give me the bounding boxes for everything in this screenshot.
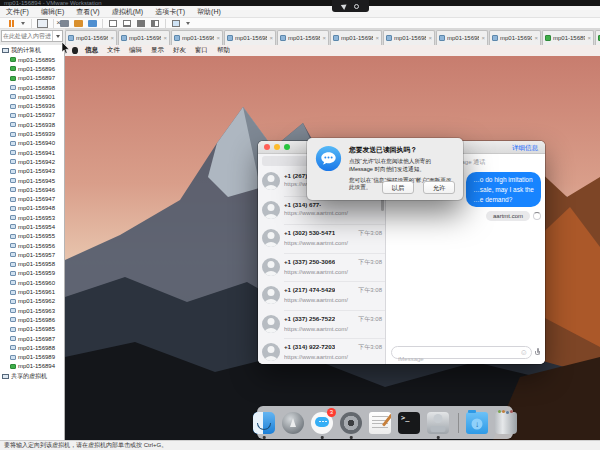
imessage-input[interactable]	[392, 354, 531, 365]
show-thumbnails-button[interactable]	[122, 18, 132, 28]
conversation-row[interactable]: +1 (314) 922-7203 下午3:08 https://www.aar…	[258, 339, 385, 364]
tab-close-icon[interactable]	[163, 35, 167, 41]
microphone-icon[interactable]	[535, 348, 540, 357]
vm-list-item[interactable]: mp01-156962	[0, 297, 64, 306]
vm-list-item[interactable]: mp01-156896	[0, 64, 64, 73]
tab-close-icon[interactable]	[110, 35, 114, 41]
vm-list-item[interactable]: mp01-156941	[0, 148, 64, 157]
vmware-menu-item[interactable]: 选项卡(T)	[149, 7, 191, 17]
vm-tab[interactable]: mp01-156961	[65, 30, 117, 45]
vm-list-item[interactable]: mp01-156946	[0, 185, 64, 194]
vm-tab[interactable]: mp01-156988	[383, 30, 435, 45]
vm-list-item[interactable]: mp01-156988	[0, 343, 64, 352]
vm-list-item[interactable]: mp01-156986	[0, 315, 64, 324]
macos-menu-item[interactable]: 帮助	[217, 46, 230, 55]
vm-list-item[interactable]: mp01-156937	[0, 111, 64, 120]
link-preview-bubble[interactable]: aartmt.com	[486, 211, 530, 221]
vm-list-item[interactable]: mp01-156898	[0, 83, 64, 92]
conversation-row[interactable]: +1 (337) 250-3066 下午3:08 https://www.aar…	[258, 254, 385, 283]
vm-list-item[interactable]: mp01-156940	[0, 139, 64, 148]
dock-downloads-icon[interactable]	[465, 411, 489, 435]
allow-button[interactable]: 允许	[423, 181, 455, 194]
vm-list-item[interactable]: mp01-156955	[0, 232, 64, 241]
show-library-button[interactable]	[108, 18, 118, 28]
vm-list-item[interactable]: mp01-156936	[0, 101, 64, 110]
conversation-row[interactable]: +1 (302) 530-5471 下午3:08 https://www.aar…	[258, 225, 385, 254]
vm-list-item[interactable]: mp01-156948	[0, 204, 64, 213]
dock-finder-icon[interactable]	[252, 411, 276, 435]
vm-list-item[interactable]: mp01-156960	[0, 278, 64, 287]
apple-logo-icon[interactable]	[72, 47, 78, 54]
conversation-row[interactable]: +1 (217) 474-5429 下午3:08 https://www.aar…	[258, 282, 385, 311]
revert-snapshot-button[interactable]	[73, 18, 83, 28]
vm-list-item[interactable]: mp01-156957	[0, 250, 64, 259]
vmware-menu-item[interactable]: 查看(V)	[70, 7, 105, 17]
later-button[interactable]: 以后	[382, 181, 414, 194]
zoom-window-button[interactable]	[284, 144, 290, 150]
macos-menu-item[interactable]: 编辑	[129, 46, 142, 55]
vm-list-item[interactable]: mp01-156953	[0, 213, 64, 222]
vm-list-item[interactable]: mp01-156939	[0, 129, 64, 138]
tree-shared-vms[interactable]: 共享的虚拟机	[0, 371, 64, 381]
vm-tab[interactable]: mp01-156989	[436, 30, 488, 45]
vm-list-item[interactable]: mp01-156895	[0, 55, 64, 64]
library-search-input[interactable]	[2, 33, 52, 39]
macos-menu-item[interactable]: 信息	[85, 46, 98, 55]
vm-screen[interactable]: 信息文件编辑显示好友窗口帮助 详细信息 搜索	[65, 45, 600, 440]
vm-list-item[interactable]: mp01-156959	[0, 269, 64, 278]
tree-my-computer[interactable]: 我的计算机	[0, 45, 64, 55]
macos-menu-item[interactable]: 好友	[173, 46, 186, 55]
vm-list-item[interactable]: mp01-156985	[0, 325, 64, 334]
conversation-row[interactable]: +1 (314) 677- https://www.aartmt.com/	[258, 197, 385, 226]
dock-system-preferences-icon[interactable]	[339, 411, 363, 435]
vm-tab[interactable]: mp01-156963	[171, 30, 223, 45]
close-window-button[interactable]	[264, 144, 270, 150]
tab-close-icon[interactable]	[269, 35, 273, 41]
vm-tab[interactable]: mp01-156901	[489, 30, 541, 45]
close-library-button[interactable]: ×	[54, 19, 63, 28]
fullscreen-button[interactable]	[136, 18, 146, 28]
dock-trash-icon[interactable]	[494, 411, 518, 435]
vm-list-item[interactable]: mp01-156963	[0, 306, 64, 315]
minimize-window-button[interactable]	[274, 144, 280, 150]
console-view-button[interactable]	[171, 18, 181, 28]
vm-tab[interactable]: mp01-156987	[330, 30, 382, 45]
vm-list-item[interactable]: mp01-156956	[0, 241, 64, 250]
vm-list-item[interactable]: mp01-156897	[0, 74, 64, 83]
macos-menu-item[interactable]: 文件	[107, 46, 120, 55]
snapshot-manager-button[interactable]	[87, 18, 97, 28]
dock-installer-icon[interactable]	[426, 411, 450, 435]
vm-list-item[interactable]: mp01-156945	[0, 176, 64, 185]
pause-button[interactable]	[6, 18, 16, 28]
vmware-menu-item[interactable]: 编辑(E)	[35, 7, 70, 17]
vm-tab[interactable]: mp01-156986	[224, 30, 276, 45]
vm-list-item[interactable]: mp01-156961	[0, 287, 64, 296]
tab-close-icon[interactable]	[375, 35, 379, 41]
dock-terminal-icon[interactable]	[397, 411, 421, 435]
dropdown-caret-icon[interactable]	[185, 18, 191, 28]
macos-menu-item[interactable]: 窗口	[195, 46, 208, 55]
emoji-icon[interactable]	[520, 349, 528, 357]
share-cursor-icon[interactable]	[342, 3, 347, 9]
vm-list-item[interactable]: mp01-156954	[0, 222, 64, 231]
dock-launchpad-icon[interactable]	[281, 411, 305, 435]
tab-close-icon[interactable]	[428, 35, 432, 41]
vm-tab[interactable]: mp01-156894	[595, 30, 600, 45]
vm-tab[interactable]: mp01-156962	[118, 30, 170, 45]
tab-close-icon[interactable]	[587, 35, 591, 41]
vm-list-item[interactable]: mp01-156958	[0, 260, 64, 269]
vm-list-item[interactable]: mp01-156938	[0, 120, 64, 129]
vm-list-item[interactable]: mp01-156947	[0, 194, 64, 203]
details-button[interactable]: 详细信息	[512, 144, 538, 153]
tab-close-icon[interactable]	[534, 35, 538, 41]
vm-list-item[interactable]: mp01-156901	[0, 92, 64, 101]
tab-close-icon[interactable]	[481, 35, 485, 41]
vm-list-item[interactable]: mp01-156989	[0, 353, 64, 362]
dock-messages-icon[interactable]: 3	[310, 411, 334, 435]
vm-list-item[interactable]: mp01-156894	[0, 362, 64, 371]
macos-menu-item[interactable]: 显示	[151, 46, 164, 55]
tab-close-icon[interactable]	[322, 35, 326, 41]
vm-tab[interactable]: mp01-156896	[542, 30, 594, 45]
dock-textedit-icon[interactable]	[368, 411, 392, 435]
unity-button[interactable]	[150, 18, 160, 28]
